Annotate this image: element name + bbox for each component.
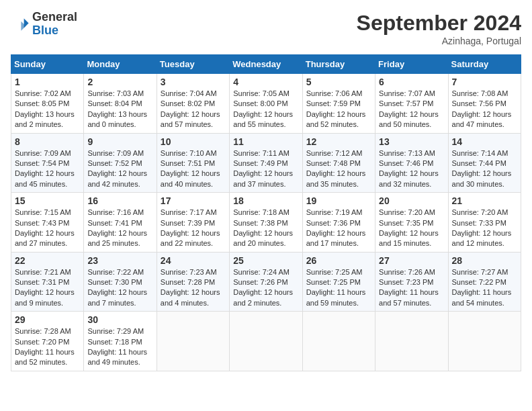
day-info: Sunrise: 7:28 AM Sunset: 7:20 PM Dayligh… [15,326,80,368]
day-info: Sunrise: 7:14 AM Sunset: 7:44 PM Dayligh… [452,148,517,190]
day-number: 14 [452,136,517,147]
calendar-cell: 12 Sunrise: 7:12 AM Sunset: 7:48 PM Dayl… [302,133,375,193]
day-info: Sunrise: 7:18 AM Sunset: 7:38 PM Dayligh… [233,208,298,249]
day-info: Sunrise: 7:05 AM Sunset: 8:00 PM Dayligh… [233,89,298,130]
calendar-week-4: 22 Sunrise: 7:21 AM Sunset: 7:31 PM Dayl… [11,252,521,312]
day-info: Sunrise: 7:15 AM Sunset: 7:43 PM Dayligh… [15,208,80,249]
day-number: 29 [15,314,80,325]
calendar-cell: 8 Sunrise: 7:09 AM Sunset: 7:54 PM Dayli… [11,133,84,193]
page-header: General Blue September 2024 Azinhaga, Po… [11,11,521,46]
day-info: Sunrise: 7:29 AM Sunset: 7:18 PM Dayligh… [87,326,152,368]
month-title: September 2024 [357,11,521,36]
day-number: 3 [161,77,226,87]
header-row: Sunday Monday Tuesday Wednesday Thursday… [11,55,521,74]
day-number: 23 [87,255,152,266]
day-info: Sunrise: 7:02 AM Sunset: 8:05 PM Dayligh… [15,89,80,130]
day-number: 18 [233,195,298,206]
calendar-week-3: 15 Sunrise: 7:15 AM Sunset: 7:43 PM Dayl… [11,193,521,253]
calendar-cell: 1 Sunrise: 7:02 AM Sunset: 8:05 PM Dayli… [11,74,84,134]
day-number: 28 [452,255,517,266]
calendar-cell: 10 Sunrise: 7:10 AM Sunset: 7:51 PM Dayl… [157,133,229,193]
day-number: 5 [306,77,371,87]
calendar-cell: 30 Sunrise: 7:29 AM Sunset: 7:18 PM Dayl… [84,312,157,371]
day-info: Sunrise: 7:19 AM Sunset: 7:36 PM Dayligh… [306,208,371,249]
day-number: 17 [161,195,226,206]
day-info: Sunrise: 7:08 AM Sunset: 7:56 PM Dayligh… [452,89,517,130]
calendar-cell: 5 Sunrise: 7:06 AM Sunset: 7:59 PM Dayli… [302,74,375,134]
calendar-cell: 27 Sunrise: 7:26 AM Sunset: 7:23 PM Dayl… [375,252,448,312]
day-number: 26 [306,255,371,266]
calendar-cell: 21 Sunrise: 7:20 AM Sunset: 7:33 PM Dayl… [448,193,521,253]
day-number: 1 [15,77,80,87]
day-number: 2 [87,77,152,87]
day-number: 27 [379,255,444,266]
calendar-table: Sunday Monday Tuesday Wednesday Thursday… [11,54,521,371]
day-number: 20 [379,195,444,206]
title-block: September 2024 Azinhaga, Portugal [357,11,521,46]
day-number: 22 [15,255,80,266]
logo-icon [11,15,30,34]
col-friday: Friday [375,55,448,74]
day-info: Sunrise: 7:20 AM Sunset: 7:33 PM Dayligh… [452,208,517,249]
day-number: 15 [15,195,80,206]
day-info: Sunrise: 7:25 AM Sunset: 7:25 PM Dayligh… [306,267,371,309]
day-info: Sunrise: 7:06 AM Sunset: 7:59 PM Dayligh… [306,89,371,130]
day-info: Sunrise: 7:09 AM Sunset: 7:54 PM Dayligh… [15,148,80,190]
calendar-cell [375,312,448,371]
calendar-cell: 23 Sunrise: 7:22 AM Sunset: 7:30 PM Dayl… [84,252,157,312]
day-number: 4 [233,77,298,87]
calendar-cell: 11 Sunrise: 7:11 AM Sunset: 7:49 PM Dayl… [230,133,302,193]
calendar-cell [448,312,521,371]
day-info: Sunrise: 7:27 AM Sunset: 7:22 PM Dayligh… [452,267,517,309]
day-number: 21 [452,195,517,206]
calendar-cell: 13 Sunrise: 7:13 AM Sunset: 7:46 PM Dayl… [375,133,448,193]
day-info: Sunrise: 7:04 AM Sunset: 8:02 PM Dayligh… [161,89,226,130]
day-info: Sunrise: 7:16 AM Sunset: 7:41 PM Dayligh… [87,208,152,249]
calendar-cell: 17 Sunrise: 7:17 AM Sunset: 7:39 PM Dayl… [157,193,229,253]
day-info: Sunrise: 7:23 AM Sunset: 7:28 PM Dayligh… [161,267,226,309]
calendar-week-5: 29 Sunrise: 7:28 AM Sunset: 7:20 PM Dayl… [11,312,521,371]
day-info: Sunrise: 7:12 AM Sunset: 7:48 PM Dayligh… [306,148,371,190]
calendar-week-2: 8 Sunrise: 7:09 AM Sunset: 7:54 PM Dayli… [11,133,521,193]
calendar-cell: 25 Sunrise: 7:24 AM Sunset: 7:26 PM Dayl… [230,252,302,312]
col-thursday: Thursday [302,55,375,74]
calendar-cell: 9 Sunrise: 7:09 AM Sunset: 7:52 PM Dayli… [84,133,157,193]
calendar-cell: 7 Sunrise: 7:08 AM Sunset: 7:56 PM Dayli… [448,74,521,134]
day-info: Sunrise: 7:20 AM Sunset: 7:35 PM Dayligh… [379,208,444,249]
col-saturday: Saturday [448,55,521,74]
col-monday: Monday [84,55,157,74]
day-info: Sunrise: 7:24 AM Sunset: 7:26 PM Dayligh… [233,267,298,309]
logo-text: General Blue [32,11,77,38]
calendar-cell: 15 Sunrise: 7:15 AM Sunset: 7:43 PM Dayl… [11,193,84,253]
day-number: 6 [379,77,444,87]
day-info: Sunrise: 7:22 AM Sunset: 7:30 PM Dayligh… [87,267,152,309]
day-info: Sunrise: 7:10 AM Sunset: 7:51 PM Dayligh… [161,148,226,190]
day-info: Sunrise: 7:03 AM Sunset: 8:04 PM Dayligh… [87,89,152,130]
day-info: Sunrise: 7:21 AM Sunset: 7:31 PM Dayligh… [15,267,80,309]
day-info: Sunrise: 7:17 AM Sunset: 7:39 PM Dayligh… [161,208,226,249]
logo: General Blue [11,11,77,38]
calendar-cell: 6 Sunrise: 7:07 AM Sunset: 7:57 PM Dayli… [375,74,448,134]
calendar-cell: 16 Sunrise: 7:16 AM Sunset: 7:41 PM Dayl… [84,193,157,253]
calendar-cell: 24 Sunrise: 7:23 AM Sunset: 7:28 PM Dayl… [157,252,229,312]
day-number: 24 [161,255,226,266]
day-info: Sunrise: 7:11 AM Sunset: 7:49 PM Dayligh… [233,148,298,190]
day-number: 25 [233,255,298,266]
calendar-cell [230,312,302,371]
calendar-cell: 29 Sunrise: 7:28 AM Sunset: 7:20 PM Dayl… [11,312,84,371]
day-number: 12 [306,136,371,147]
calendar-cell: 14 Sunrise: 7:14 AM Sunset: 7:44 PM Dayl… [448,133,521,193]
day-number: 19 [306,195,371,206]
calendar-cell: 19 Sunrise: 7:19 AM Sunset: 7:36 PM Dayl… [302,193,375,253]
day-number: 13 [379,136,444,147]
day-number: 30 [87,314,152,325]
day-info: Sunrise: 7:26 AM Sunset: 7:23 PM Dayligh… [379,267,444,309]
calendar-cell: 26 Sunrise: 7:25 AM Sunset: 7:25 PM Dayl… [302,252,375,312]
calendar-cell: 2 Sunrise: 7:03 AM Sunset: 8:04 PM Dayli… [84,74,157,134]
day-number: 7 [452,77,517,87]
day-number: 9 [87,136,152,147]
day-info: Sunrise: 7:07 AM Sunset: 7:57 PM Dayligh… [379,89,444,130]
location: Azinhaga, Portugal [357,36,521,46]
calendar-week-1: 1 Sunrise: 7:02 AM Sunset: 8:05 PM Dayli… [11,74,521,134]
calendar-cell [302,312,375,371]
